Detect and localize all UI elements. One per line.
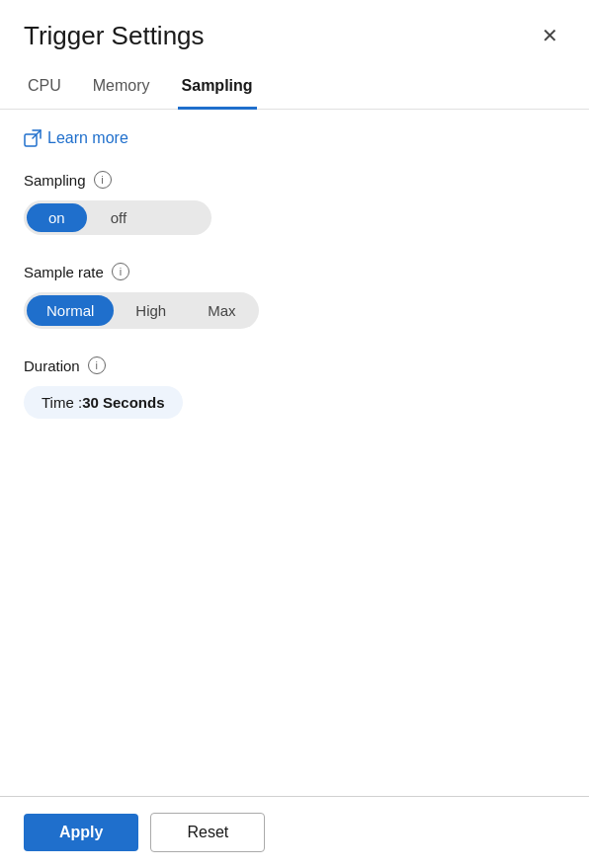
duration-label-row: Duration i <box>24 356 565 374</box>
duration-info-icon[interactable]: i <box>88 356 106 374</box>
sample-rate-info-icon[interactable]: i <box>112 263 129 280</box>
duration-section: Duration i Time : 30 Seconds <box>24 356 565 419</box>
external-link-icon <box>24 129 42 147</box>
toggle-off-button[interactable]: off <box>89 203 148 232</box>
sample-rate-label-row: Sample rate i <box>24 263 565 280</box>
sampling-info-icon[interactable]: i <box>94 171 112 189</box>
tab-sampling[interactable]: Sampling <box>178 69 257 110</box>
sampling-toggle: on off <box>24 200 211 235</box>
sampling-section: Sampling i on off <box>24 171 565 235</box>
toggle-on-button[interactable]: on <box>27 203 87 232</box>
sample-rate-label: Sample rate <box>24 264 104 280</box>
duration-chip-prefix: Time : <box>42 394 82 411</box>
tab-cpu[interactable]: CPU <box>24 69 65 110</box>
trigger-settings-dialog: Trigger Settings ✕ CPU Memory Sampling L… <box>0 0 589 868</box>
close-button[interactable]: ✕ <box>534 20 565 51</box>
rate-normal-button[interactable]: Normal <box>27 295 114 326</box>
dialog-body: Learn more Sampling i on off Sample rate… <box>0 110 589 796</box>
duration-chip[interactable]: Time : 30 Seconds <box>24 386 183 419</box>
tab-bar: CPU Memory Sampling <box>0 69 589 110</box>
apply-button[interactable]: Apply <box>24 814 138 851</box>
learn-more-link[interactable]: Learn more <box>24 129 128 147</box>
reset-button[interactable]: Reset <box>150 813 265 852</box>
duration-label: Duration <box>24 357 80 374</box>
sampling-label-row: Sampling i <box>24 171 565 189</box>
dialog-title: Trigger Settings <box>24 21 205 51</box>
dialog-header: Trigger Settings ✕ <box>0 0 589 61</box>
rate-max-button[interactable]: Max <box>188 295 255 326</box>
sample-rate-section: Sample rate i Normal High Max <box>24 263 565 329</box>
duration-chip-value: 30 Seconds <box>82 394 164 411</box>
sample-rate-selector: Normal High Max <box>24 292 259 329</box>
learn-more-label: Learn more <box>47 129 128 147</box>
dialog-footer: Apply Reset <box>0 796 589 868</box>
tab-memory[interactable]: Memory <box>89 69 154 110</box>
rate-high-button[interactable]: High <box>116 295 186 326</box>
sampling-label: Sampling <box>24 172 86 189</box>
